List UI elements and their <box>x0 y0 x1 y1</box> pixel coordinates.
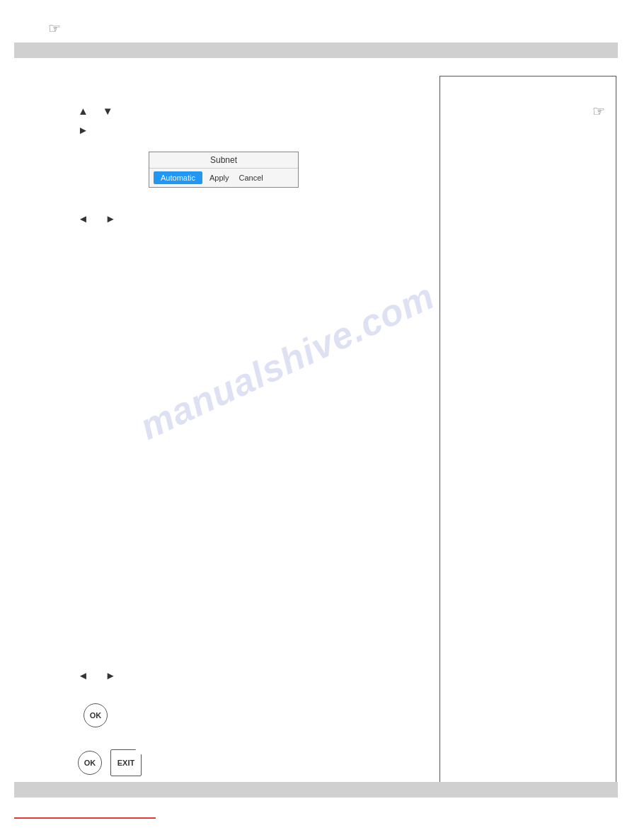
footer-bar <box>14 782 618 798</box>
header-bar <box>14 42 618 58</box>
subnet-dialog-title: Subnet <box>149 152 298 169</box>
arrow-left-mid-icon[interactable]: ◄ <box>78 212 88 225</box>
arrow-left-bottom-icon[interactable]: ◄ <box>78 669 88 681</box>
ok-button[interactable]: OK <box>84 703 108 727</box>
subnet-dialog: Subnet Automatic Apply Cancel <box>149 152 299 188</box>
arrow-right-bottom-icon[interactable]: ► <box>105 669 116 681</box>
arrow-right-mid-icon[interactable]: ► <box>105 212 116 225</box>
nav-arrows-row2: ► <box>78 124 88 136</box>
exit-button[interactable]: EXIT <box>110 749 142 776</box>
automatic-button[interactable]: Automatic <box>154 171 202 184</box>
watermark: manualshive.com <box>133 274 440 448</box>
ok-exit-row: OK EXIT <box>78 749 142 776</box>
top-hand-icon: ☞ <box>48 20 61 37</box>
nav-arrows-row1: ▲ ▼ <box>78 105 113 117</box>
nav-arrows-bottom: ◄ ► <box>78 669 116 681</box>
right-panel <box>439 76 616 784</box>
arrow-up-icon[interactable]: ▲ <box>78 105 88 117</box>
ok-button-2[interactable]: OK <box>78 751 102 775</box>
footer-red-line <box>14 817 156 819</box>
cancel-button[interactable]: Cancel <box>236 171 265 184</box>
nav-arrows-mid: ◄ ► <box>78 212 116 225</box>
apply-button[interactable]: Apply <box>207 171 232 184</box>
arrow-down-icon[interactable]: ▼ <box>103 105 113 117</box>
subnet-dialog-buttons: Automatic Apply Cancel <box>149 169 298 187</box>
arrow-right-icon[interactable]: ► <box>78 124 88 136</box>
right-panel-hand-icon: ☞ <box>592 103 605 120</box>
